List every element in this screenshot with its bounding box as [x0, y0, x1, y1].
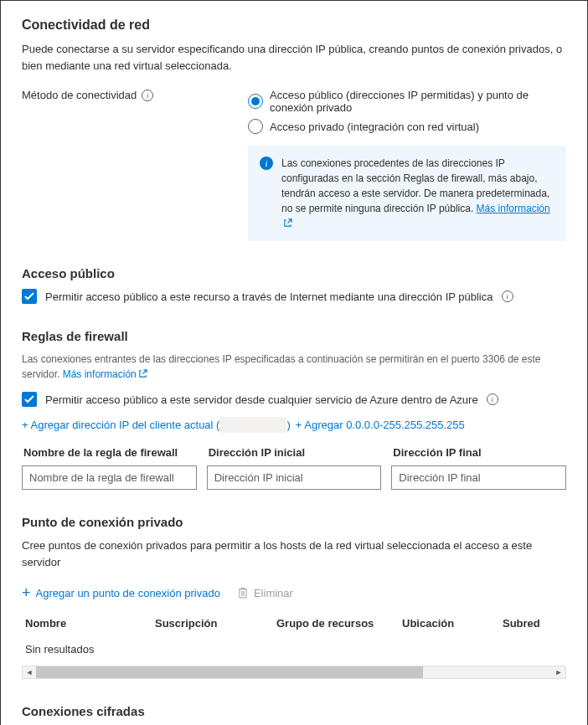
firewall-description: Las conexiones entrantes de las direccio… — [22, 352, 566, 382]
private-endpoint-empty-row: Sin resultados — [22, 636, 566, 662]
col-resource-group: Grupo de recursos — [276, 617, 402, 630]
info-banner: i Las conexiones procedentes de las dire… — [248, 146, 566, 241]
firewall-more-link[interactable]: Más información — [63, 368, 147, 380]
radio-label: Acceso público (direcciones IP permitida… — [270, 89, 566, 114]
button-label: Agregar un punto de conexión privado — [36, 587, 220, 599]
client-ip-redacted — [219, 417, 286, 433]
checkbox-label: Permitir acceso público a este recurso a… — [45, 291, 493, 303]
radio-label: Acceso privado (integración con red virt… — [270, 121, 479, 133]
info-icon[interactable]: i — [487, 393, 498, 405]
radio-private-access[interactable]: Acceso privado (integración con red virt… — [248, 119, 566, 134]
info-icon[interactable]: i — [502, 291, 513, 302]
scroll-track[interactable] — [36, 666, 552, 678]
info-icon: i — [260, 157, 273, 170]
firewall-rule-name-input[interactable] — [22, 465, 197, 490]
scroll-right-arrow[interactable]: ► — [552, 666, 565, 678]
checkbox-public-access[interactable] — [22, 289, 37, 304]
section-title-firewall: Reglas de firewall — [22, 329, 566, 343]
add-all-ips-link[interactable]: + Agregar 0.0.0.0-255.255.255.255 — [296, 419, 465, 431]
private-endpoint-description: Cree puntos de conexión privados para pe… — [22, 537, 566, 570]
delete-private-endpoint-button: Eliminar — [237, 587, 293, 599]
firewall-col-name: Nombre de la regla de firewall — [22, 446, 197, 459]
external-link-icon — [283, 217, 292, 226]
check-icon — [24, 291, 34, 301]
section-title-encrypted: Conexiones cifradas — [22, 704, 566, 718]
scroll-left-arrow[interactable]: ◄ — [23, 666, 36, 678]
plus-icon: + — [22, 585, 31, 600]
checkbox-azure-services[interactable] — [22, 392, 37, 407]
radio-icon — [248, 119, 263, 134]
connectivity-description: Puede conectarse a su servidor especific… — [22, 41, 566, 74]
connectivity-method-label: Método de conectividad — [22, 89, 137, 101]
firewall-col-start: Dirección IP inicial — [207, 446, 382, 459]
add-private-endpoint-button[interactable]: + Agregar un punto de conexión privado — [22, 585, 220, 600]
checkbox-label: Permitir acceso público a este servidor … — [45, 393, 478, 406]
col-subscription: Suscripción — [155, 617, 276, 630]
info-icon[interactable]: i — [142, 90, 153, 101]
external-link-icon — [138, 368, 147, 377]
add-client-ip-link[interactable]: + Agregar dirección IP del cliente actua… — [22, 419, 291, 431]
firewall-end-ip-input[interactable] — [391, 465, 566, 490]
check-icon — [24, 394, 34, 404]
section-title-public-access: Acceso público — [22, 266, 566, 280]
firewall-col-end: Dirección IP final — [391, 446, 566, 459]
private-endpoint-table-header: Nombre Suscripción Grupo de recursos Ubi… — [22, 610, 566, 636]
button-label: Eliminar — [254, 587, 293, 599]
scroll-thumb[interactable] — [36, 666, 423, 678]
horizontal-scrollbar[interactable]: ◄ ► — [22, 666, 566, 679]
trash-icon — [237, 587, 249, 599]
col-subnet: Subred — [503, 617, 563, 630]
col-name: Nombre — [25, 617, 155, 630]
section-title-private-endpoint: Punto de conexión privado — [22, 515, 566, 529]
radio-public-access[interactable]: Acceso público (direcciones IP permitida… — [248, 89, 566, 114]
firewall-start-ip-input[interactable] — [207, 465, 382, 490]
section-title-connectivity: Conectividad de red — [22, 18, 566, 33]
radio-icon — [248, 94, 263, 109]
col-location: Ubicación — [402, 617, 503, 630]
